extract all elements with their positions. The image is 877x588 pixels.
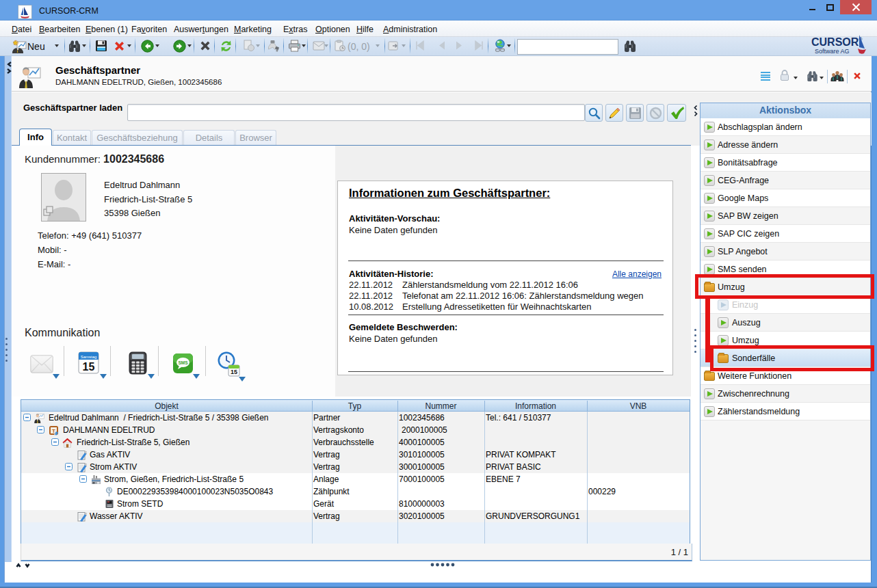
svg-text:Samstag: Samstag bbox=[81, 355, 97, 359]
svg-text:15: 15 bbox=[231, 369, 237, 375]
svg-text:T: T bbox=[52, 428, 55, 434]
svg-text:15: 15 bbox=[83, 361, 95, 373]
svg-text:SMS: SMS bbox=[178, 360, 188, 365]
